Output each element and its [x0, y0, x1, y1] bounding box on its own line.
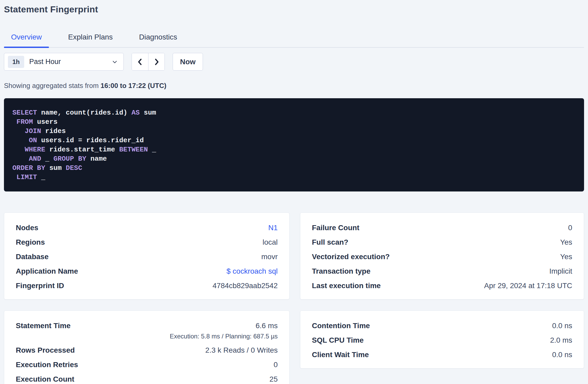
- stat-value-link[interactable]: N1: [268, 223, 278, 232]
- stat-value-wrap: 2.0 ms: [550, 336, 572, 345]
- sql-keyword: AND: [29, 155, 41, 163]
- stat-value-wrap: local: [262, 238, 278, 247]
- stat-label: Fingerprint ID: [16, 281, 64, 290]
- sql-text: _: [148, 146, 156, 154]
- sql-keyword: ON: [29, 136, 37, 144]
- stat-value-link[interactable]: $ cockroach sql: [226, 267, 278, 276]
- stat-value: 0: [568, 223, 572, 232]
- stat-label: Rows Processed: [16, 346, 75, 355]
- sql-text: [12, 127, 25, 135]
- statement-fingerprint-page: Statement Fingerprint Overview Explain P…: [0, 0, 588, 384]
- stat-label: Vectorized execution?: [312, 252, 390, 261]
- sql-text: users.id = rides.rider_id: [37, 136, 144, 144]
- stat-row: Last execution timeApr 29, 2024 at 17:18…: [312, 281, 572, 290]
- stat-value-wrap: movr: [261, 252, 278, 261]
- time-step-button-group: [132, 53, 165, 71]
- sql-keyword: AS: [131, 109, 139, 117]
- stat-value: 0.0 ns: [552, 321, 572, 330]
- stat-row: Application Name$ cockroach sql: [16, 267, 278, 276]
- stat-subvalue: Execution: 5.8 ms / Planning: 687.5 µs: [170, 332, 278, 340]
- chevron-right-icon: [153, 58, 161, 66]
- sql-text: sum: [140, 109, 156, 117]
- next-time-button[interactable]: [148, 53, 165, 70]
- sql-text: [12, 136, 29, 144]
- stat-value: local: [262, 238, 278, 247]
- stat-row: Databasemovr: [16, 252, 278, 261]
- details-cards-row: NodesN1RegionslocalDatabasemovrApplicati…: [4, 213, 584, 299]
- stat-row: Vectorized execution?Yes: [312, 252, 572, 261]
- tab-diagnostics[interactable]: Diagnostics: [132, 28, 184, 47]
- stat-label: Execution Count: [16, 375, 74, 384]
- stat-value: 25: [270, 375, 278, 384]
- stat-label: Execution Retries: [16, 360, 78, 369]
- stat-row: Transaction typeImplicit: [312, 267, 572, 276]
- stat-label: Application Name: [16, 267, 78, 276]
- stat-value-wrap: 0.0 ns: [552, 321, 572, 330]
- sql-text: [12, 155, 29, 163]
- tab-explain-plans[interactable]: Explain Plans: [61, 28, 120, 47]
- sql-line: ON users.id = rides.rider_id: [12, 136, 576, 145]
- stat-row: Regionslocal: [16, 238, 278, 247]
- stat-label: SQL CPU Time: [312, 336, 364, 345]
- stat-value-wrap: Apr 29, 2024 at 17:18 UTC: [484, 281, 572, 290]
- stat-value-wrap: 2.3 k Reads / 0 Writes: [205, 346, 278, 355]
- stat-value: movr: [261, 252, 278, 261]
- sql-keyword: SELECT: [12, 109, 37, 117]
- stat-value-wrap: N1: [268, 223, 278, 232]
- stat-value: Yes: [560, 238, 572, 247]
- stat-row: Failure Count0: [312, 223, 572, 232]
- stat-row: Full scan?Yes: [312, 238, 572, 247]
- previous-time-button[interactable]: [132, 53, 148, 70]
- sql-keyword: WHERE: [25, 146, 45, 154]
- sql-keyword: BETWEEN: [119, 146, 148, 154]
- sql-text: _: [37, 173, 45, 181]
- sql-text: [12, 146, 25, 154]
- sql-line: SELECT name, count(rides.id) AS sum: [12, 108, 576, 117]
- interval-badge: 1h: [8, 56, 24, 68]
- sql-text: [12, 118, 17, 126]
- stat-row: NodesN1: [16, 223, 278, 232]
- stat-row: Statement Time6.6 msExecution: 5.8 ms / …: [16, 321, 278, 340]
- stat-row: Fingerprint ID4784cb829aab2542: [16, 281, 278, 290]
- sql-line: ORDER BY sum DESC: [12, 164, 576, 173]
- sql-keyword: FROM: [17, 118, 33, 126]
- stat-label: Database: [16, 252, 49, 261]
- stat-value-wrap: 6.6 msExecution: 5.8 ms / Planning: 687.…: [170, 321, 278, 340]
- caption-prefix: Showing aggregated stats from: [4, 82, 101, 90]
- stat-value-wrap: Implicit: [549, 267, 572, 276]
- sql-keyword: LIMIT: [17, 173, 37, 181]
- stat-value: 0.0 ns: [552, 350, 572, 359]
- sql-line: WHERE rides.start_time BETWEEN _: [12, 145, 576, 154]
- stat-value-wrap: 0: [568, 223, 572, 232]
- execution-attributes-card: Failure Count0Full scan?YesVectorized ex…: [300, 213, 584, 299]
- sql-text: [12, 173, 17, 181]
- sql-text: users: [33, 118, 58, 126]
- sql-line: JOIN rides: [12, 127, 576, 136]
- stat-value: 2.3 k Reads / 0 Writes: [205, 346, 278, 355]
- tab-overview[interactable]: Overview: [4, 28, 49, 47]
- time-range-dropdown[interactable]: 1h Past Hour: [4, 53, 124, 71]
- aggregated-stats-caption: Showing aggregated stats from 16:00 to 1…: [4, 82, 584, 90]
- sql-keyword: GROUP BY: [53, 155, 86, 163]
- sql-text: rides.start_time: [45, 146, 119, 154]
- statement-details-card: NodesN1RegionslocalDatabasemovrApplicati…: [4, 213, 290, 299]
- sql-text: name: [86, 155, 107, 163]
- stat-row: SQL CPU Time2.0 ms: [312, 336, 572, 345]
- statement-timing-card: Statement Time6.6 msExecution: 5.8 ms / …: [4, 311, 290, 384]
- stat-value-wrap: Yes: [560, 252, 572, 261]
- stat-value-wrap: 0: [273, 360, 278, 369]
- sql-code: SELECT name, count(rides.id) AS sum FROM…: [12, 108, 576, 182]
- stat-value: Yes: [560, 252, 572, 261]
- stat-label: Statement Time: [16, 321, 71, 330]
- sql-text: rides: [41, 127, 66, 135]
- stat-value-wrap: 25: [270, 375, 278, 384]
- sql-keyword: JOIN: [25, 127, 41, 135]
- time-range-label: Past Hour: [29, 58, 112, 66]
- stat-label: Full scan?: [312, 238, 348, 247]
- stat-value: 2.0 ms: [550, 336, 572, 345]
- stat-label: Contention Time: [312, 321, 370, 330]
- stat-row: Execution Count25: [16, 375, 278, 384]
- stat-label: Transaction type: [312, 267, 371, 276]
- stat-value-wrap: 0.0 ns: [552, 350, 572, 359]
- now-button[interactable]: Now: [173, 53, 203, 71]
